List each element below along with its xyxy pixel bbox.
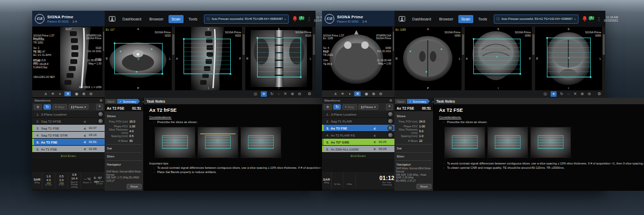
tab-dashboard[interactable]: Dashboard bbox=[409, 15, 434, 23]
protocol-row[interactable]: 3. Sag T1 FSE<02:37 bbox=[32, 125, 105, 132]
stop-button[interactable]: ■Stop bbox=[342, 104, 357, 110]
tab-scan[interactable]: Scan bbox=[169, 15, 184, 23]
prescription-roi[interactable]: ✕ bbox=[184, 39, 231, 74]
add-task-button[interactable]: + bbox=[386, 104, 393, 110]
protocol-row[interactable]: 3. Ax T2 FSE< bbox=[322, 125, 394, 132]
section-slices[interactable]: Slices bbox=[396, 112, 431, 119]
protocol-row[interactable]: 5. Ax T2 FSE<01:51 bbox=[32, 139, 105, 146]
settings-gear-icon[interactable]: ⚙ bbox=[308, 92, 311, 96]
refresh-icon[interactable]: ↻ bbox=[270, 92, 274, 96]
cine-icon[interactable]: ◎ bbox=[254, 92, 258, 96]
protocol-row[interactable]: 4. Sag T2 FSE STIR<03:16 bbox=[32, 132, 105, 139]
chat-bubble-icon[interactable]: 1 bbox=[299, 16, 304, 22]
section-navigator[interactable]: Navigator bbox=[106, 160, 142, 167]
tab-tools[interactable]: Tools bbox=[185, 15, 201, 23]
zoom-in-icon[interactable]: ⊕ bbox=[581, 92, 584, 96]
control-gear-button[interactable]: ⚙ bbox=[324, 104, 332, 110]
section-sat[interactable]: Sat bbox=[106, 144, 142, 151]
delete-icon[interactable]: ✕ bbox=[283, 92, 287, 96]
section-shim[interactable]: Shim bbox=[396, 152, 431, 159]
tab-dashboard[interactable]: Dashboard bbox=[119, 15, 144, 23]
viewport-axial[interactable]: ✕ Ex: 117 SIGNA Prime0020 A R L P bbox=[105, 27, 172, 90]
delete-icon[interactable]: ✕ bbox=[573, 92, 576, 96]
stop-button[interactable]: ■Stop bbox=[53, 104, 67, 110]
settings-gear-icon[interactable]: ⚙ bbox=[597, 92, 601, 96]
tab-summary[interactable]: ✓Summary bbox=[117, 99, 140, 104]
protocol-row[interactable]: 2. Sag T1 FLAIR< bbox=[322, 118, 394, 125]
settings-gear-icon[interactable]: ⚙ bbox=[390, 99, 392, 102]
reference-image-viewport[interactable]: SIGNA Prime 1.5TEx: 117 Se: 2Im: 11 OSag… bbox=[32, 27, 105, 90]
reset-button[interactable]: Reset bbox=[416, 184, 431, 189]
rescan-button[interactable]: ↻ bbox=[333, 104, 341, 110]
alert-bell-icon[interactable] bbox=[582, 16, 587, 22]
viewport-sagittal[interactable]: ✕ SIGNA Prime0060 S A P I bbox=[465, 27, 532, 90]
prescription-roi[interactable]: ✕ bbox=[473, 39, 521, 74]
control-gear-button[interactable]: ⚙ bbox=[34, 104, 42, 110]
visibility-eye-icon[interactable]: ◉ bbox=[75, 92, 78, 96]
brightness-icon[interactable]: ☀ bbox=[51, 92, 55, 96]
protocol-row[interactable]: 2. Sag T2 frFSE< bbox=[32, 118, 105, 125]
param-value[interactable]: 5.0 bbox=[419, 130, 423, 133]
end-exam-button[interactable]: End Exam bbox=[322, 153, 394, 159]
erase-icon[interactable]: ◌ bbox=[567, 92, 569, 96]
tab-scan[interactable]: Scan bbox=[458, 15, 473, 23]
settings-gear-icon[interactable]: ⚙ bbox=[100, 99, 103, 102]
param-value[interactable]: 1.00 bbox=[419, 125, 425, 128]
protocol-row[interactable]: 6. Ax T1 FSE<01:09 bbox=[32, 146, 105, 153]
viewport-scrollbar[interactable] bbox=[602, 27, 605, 90]
tab-browser[interactable]: Browser bbox=[436, 15, 456, 23]
close-tool-icon[interactable]: ✕ bbox=[64, 91, 71, 97]
rescan-button[interactable]: ↻ bbox=[43, 104, 51, 110]
waveforms-bar[interactable]: Waveforms ⚙ bbox=[322, 97, 394, 103]
prescription-roi[interactable]: ✕ bbox=[257, 38, 301, 77]
erase-icon[interactable]: ◌ bbox=[277, 92, 280, 96]
pause-button[interactable]: Pause▾ bbox=[358, 104, 378, 110]
param-value[interactable]: 30 bbox=[129, 139, 133, 142]
zoom-out-icon[interactable]: ⊖ bbox=[298, 92, 301, 96]
brightness-icon[interactable]: ☀ bbox=[341, 92, 345, 96]
notification-banner[interactable]: ⓘ Auto Prescan successful. R1=8 TG=188 A… bbox=[204, 15, 289, 24]
zoom-out-icon[interactable]: ⊖ bbox=[379, 92, 382, 96]
param-value[interactable]: 1.00 bbox=[129, 125, 135, 128]
tab-save[interactable]: Save bbox=[105, 99, 116, 104]
section-shim[interactable]: Shim bbox=[106, 152, 142, 159]
viewport-scrollbar[interactable] bbox=[312, 27, 316, 90]
add-task-button[interactable]: + bbox=[96, 104, 103, 110]
zoom-in-icon[interactable]: ⊕ bbox=[291, 92, 294, 96]
param-value[interactable]: 16.0 bbox=[129, 120, 135, 123]
window-level-icon[interactable]: ◑ bbox=[348, 92, 351, 96]
graphic-rx-icon[interactable]: ⌖ bbox=[551, 91, 556, 97]
protocol-row[interactable]: 5. Ax T2* GRE<00:25 bbox=[322, 139, 394, 146]
viewport-coronal[interactable]: ✕ SIGNA Prime0060 S R L I bbox=[535, 27, 602, 90]
close-tool-icon[interactable]: ✕ bbox=[354, 91, 361, 97]
chat-bubble-icon[interactable]: 1 bbox=[589, 16, 594, 22]
param-value[interactable]: 4.0 bbox=[129, 130, 134, 133]
tab-browser[interactable]: Browser bbox=[146, 15, 166, 23]
end-exam-button[interactable]: End Exam bbox=[32, 153, 105, 159]
collapse-icon[interactable]: ∧ bbox=[44, 92, 47, 96]
zoom-out-icon[interactable]: ⊖ bbox=[588, 92, 591, 96]
protocol-row[interactable]: 6. Ax DWI ALL b1000<00:29 bbox=[322, 146, 394, 153]
param-value[interactable]: 22 bbox=[419, 139, 422, 142]
tab-save[interactable]: Save bbox=[395, 99, 406, 104]
zoom-out-icon[interactable]: ⊖ bbox=[89, 92, 92, 96]
param-value[interactable]: 24.0 bbox=[419, 120, 425, 123]
viewport-coronal[interactable]: ✕ SIGNA Prime0020 S R L I bbox=[245, 27, 312, 90]
section-slices[interactable]: Slices bbox=[106, 112, 142, 119]
notification-banner[interactable]: ⓘ Auto Prescan successful. R1=11 TG=142 … bbox=[494, 15, 579, 24]
kebab-menu-icon[interactable]: ⋮ bbox=[597, 17, 601, 22]
pause-button[interactable]: Pause▾ bbox=[69, 104, 89, 110]
window-level-icon[interactable]: ◑ bbox=[58, 92, 61, 96]
alert-bell-icon[interactable] bbox=[292, 16, 297, 22]
cine-icon[interactable]: ◎ bbox=[544, 92, 547, 96]
kebab-menu-icon[interactable]: ⋮ bbox=[307, 17, 311, 22]
reference-image-viewport[interactable]: SIGNA Prime 1.5TEx: 1185 Se: 4Im: 9 OAx … bbox=[322, 27, 394, 90]
tab-tools[interactable]: Tools bbox=[475, 15, 491, 23]
refresh-icon[interactable]: ↻ bbox=[560, 92, 564, 96]
tab-summary[interactable]: ✓Summary bbox=[407, 99, 430, 104]
viewport-sagittal[interactable]: ✕ SIGNA Prime0020 S A P I bbox=[175, 27, 242, 90]
section-sat[interactable]: Sat bbox=[396, 144, 431, 151]
protocol-row[interactable]: 1. 3-Plane Localizer< bbox=[322, 111, 394, 118]
graphic-rx-icon[interactable]: ⌖ bbox=[261, 91, 266, 97]
section-navigator[interactable]: Navigator bbox=[396, 160, 431, 167]
